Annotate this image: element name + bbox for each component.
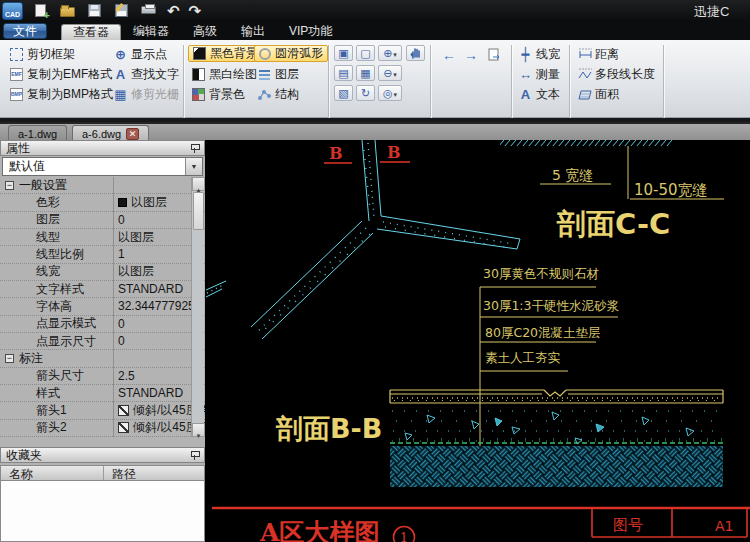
scroll-up-icon[interactable]	[192, 177, 205, 191]
open-file-button[interactable]	[59, 3, 77, 19]
property-row-pdmode[interactable]: 点显示模式0	[0, 316, 205, 333]
collapse-icon[interactable]	[5, 181, 14, 190]
marker-b-right: B	[387, 143, 401, 162]
clip-frame-button[interactable]: 剪切框架	[6, 46, 79, 63]
plane-view-button[interactable]: ▧	[334, 85, 353, 101]
area-button[interactable]: 面积	[574, 86, 623, 103]
stone-layer	[390, 390, 723, 403]
bmp-icon: BMP	[10, 88, 23, 101]
bw-draw-button[interactable]: 黑白绘图	[188, 66, 261, 83]
favorites-col-name[interactable]: 名称	[1, 466, 104, 480]
property-row-linetype[interactable]: 线型以图层	[0, 229, 205, 246]
measure-toggle[interactable]: ↔测量	[515, 66, 564, 83]
polyline-length-button[interactable]: 多段线长度	[574, 66, 659, 83]
favorites-col-path[interactable]: 路径	[104, 466, 136, 480]
copy-emf-button[interactable]: EMF复制为EMF格式	[6, 66, 116, 83]
menu-output[interactable]: 输出	[229, 22, 277, 40]
property-row-layer[interactable]: 图层0	[0, 212, 205, 229]
property-row-pdsize[interactable]: 点显示尺寸0	[0, 333, 205, 350]
property-row-textheight[interactable]: 字体高32.344777925	[0, 298, 205, 315]
properties-scrollbar[interactable]	[191, 177, 204, 437]
text-toggle[interactable]: A文本	[515, 86, 564, 103]
redo-button[interactable]: ↷	[189, 3, 202, 19]
property-group-dimension[interactable]: 标注	[0, 350, 205, 367]
tab-close-button[interactable]: ✕	[126, 128, 139, 140]
property-group-general[interactable]: 一般设置	[0, 177, 205, 194]
show-point-button[interactable]: ⊕显示点	[110, 46, 171, 63]
properties-title: 属性	[6, 140, 30, 157]
save-as-button[interactable]	[113, 3, 131, 19]
show-point-icon: ⊕	[114, 48, 127, 61]
pan-hand-icon	[410, 46, 422, 59]
zoom-out-button[interactable]: ⊖	[378, 65, 402, 81]
layers-button[interactable]: 图层	[254, 66, 303, 83]
regen-button[interactable]: ↻	[356, 85, 375, 101]
scroll-down-icon[interactable]	[192, 423, 205, 437]
cad-canvas[interactable]: 5 宽缝 10-50宽缝 剖面C-C B B	[205, 140, 750, 542]
area-icon	[578, 88, 591, 101]
zoom-extents-button[interactable]: ▦	[356, 65, 375, 81]
app-brand: 迅捷C	[694, 3, 750, 21]
sheet-number-value: A1	[715, 518, 733, 534]
find-text-button[interactable]: A查找文字	[110, 66, 183, 83]
page-arrow-icon	[488, 48, 501, 61]
bg-color-button[interactable]: 背景色	[188, 86, 249, 103]
forward-button[interactable]: →	[460, 46, 482, 63]
favorites-columns: 名称 路径	[0, 465, 205, 481]
save-button[interactable]	[86, 3, 104, 19]
viewport-button[interactable]: ▣	[334, 45, 353, 61]
menu-vip[interactable]: VIP功能	[277, 22, 344, 40]
favorites-list[interactable]	[0, 481, 205, 542]
menu-editor[interactable]: 编辑器	[121, 22, 181, 40]
trim-raster-icon: ▦	[114, 88, 127, 101]
property-row-arrow1[interactable]: 箭头1倾斜/以45度角	[0, 402, 205, 419]
zoom-window-button[interactable]: ▢	[356, 45, 375, 61]
line-width-toggle[interactable]: ┿线宽	[515, 46, 564, 63]
property-row-color[interactable]: 色彩以图层	[0, 194, 205, 211]
pin-icon[interactable]	[191, 143, 199, 153]
property-row-ltscale[interactable]: 线型比例1	[0, 246, 205, 263]
views-button[interactable]	[484, 46, 505, 63]
tab-a6dwg[interactable]: a-6.dwg ✕	[72, 125, 149, 141]
marker-b-left: B	[329, 144, 343, 163]
zoom-in-button[interactable]: ⊕	[378, 45, 402, 61]
viewport2-button[interactable]: ▤	[334, 65, 353, 81]
gap-1050-label: 10-50宽缝	[634, 181, 708, 199]
preset-value: 默认值	[9, 158, 45, 175]
section-bb-label: 剖面B-B	[275, 413, 382, 444]
smooth-arc-button[interactable]: 圆滑弧形	[254, 45, 328, 62]
structure-button[interactable]: 结构	[254, 86, 303, 103]
print-button[interactable]	[140, 3, 158, 19]
menu-viewer[interactable]: 查看器	[61, 24, 121, 40]
property-row-arrowsize[interactable]: 箭头尺寸2.5	[0, 368, 205, 385]
chevron-down-icon[interactable]	[185, 158, 202, 175]
menu-file[interactable]: 文件	[3, 23, 47, 39]
stone-speckle	[392, 398, 722, 401]
zoom-prev-button[interactable]: ◎	[378, 85, 402, 101]
distance-button[interactable]: 距离	[574, 46, 623, 63]
back-button[interactable]: ←	[438, 46, 460, 63]
property-row-arrow2[interactable]: 箭头2倾斜/以45度角	[0, 420, 205, 437]
bg-color-icon	[192, 88, 205, 101]
favorites-header: 收藏夹	[0, 447, 205, 463]
new-file-button[interactable]: +	[32, 3, 50, 19]
pin-icon[interactable]	[191, 450, 199, 460]
collapse-icon[interactable]	[5, 354, 14, 363]
preset-dropdown[interactable]: 默认值	[2, 157, 203, 176]
polyline-length-icon	[578, 68, 591, 81]
scroll-thumb[interactable]	[193, 192, 204, 230]
menu-advanced[interactable]: 高级	[181, 22, 229, 40]
title-bar: CAD + ↶ ↷ 迅捷C	[0, 0, 750, 22]
measure-arrows-icon: ↔	[519, 68, 532, 81]
property-row-dimstyle[interactable]: 样式STANDARD	[0, 385, 205, 402]
property-row-lineweight[interactable]: 线宽以图层	[0, 264, 205, 281]
layers-icon	[258, 68, 271, 81]
menu-bar: 文件 查看器 编辑器 高级 输出 VIP功能	[0, 22, 750, 40]
black-bg-button[interactable]: 黑色背景	[188, 45, 263, 62]
undo-button[interactable]: ↶	[167, 3, 180, 19]
trim-raster-button: ▦修剪光栅	[110, 86, 183, 103]
channel-lines	[206, 140, 520, 339]
pan-button[interactable]	[406, 45, 425, 61]
property-row-textstyle[interactable]: 文字样式STANDARD	[0, 281, 205, 298]
copy-bmp-button[interactable]: BMP复制为BMP格式	[6, 86, 117, 103]
